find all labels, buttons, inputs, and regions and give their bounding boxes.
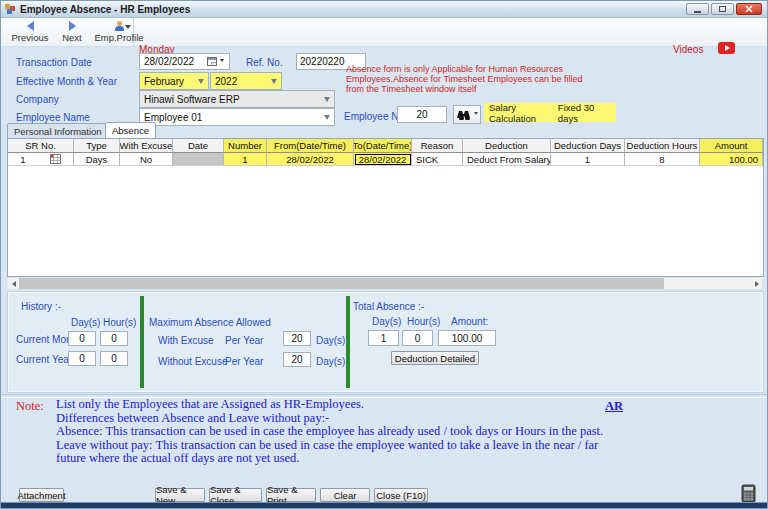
clear-button[interactable]: Clear — [320, 488, 370, 502]
transaction-date-input[interactable]: 28/02/2022 — [139, 53, 230, 70]
previous-label: Previous — [12, 32, 49, 43]
effective-month-value: February — [144, 76, 184, 87]
next-button[interactable]: Next — [55, 19, 89, 45]
total-days-field[interactable]: 1 — [368, 330, 399, 346]
col-header-to[interactable]: To(Date/Time) — [354, 139, 412, 153]
current-year-hours-field[interactable]: 0 — [100, 351, 128, 366]
next-label: Next — [62, 32, 82, 43]
date-dropdown-icon[interactable] — [220, 59, 225, 64]
col-header-date[interactable]: Date — [173, 139, 224, 153]
calculator-icon[interactable] — [741, 484, 756, 503]
company-dropdown-icon — [324, 97, 330, 105]
cell-sr-no[interactable]: 1 — [8, 153, 74, 166]
effective-month-year-label: Effective Month & Year — [16, 76, 117, 87]
current-month-hours-field[interactable]: 0 — [100, 331, 128, 346]
person-icon — [114, 21, 124, 31]
close-icon — [745, 5, 753, 13]
tab-absence[interactable]: Absence — [105, 122, 156, 138]
row-detail-icon[interactable] — [50, 154, 61, 164]
app-icon — [5, 4, 16, 15]
employee-name-select[interactable]: Employee 01 — [139, 108, 335, 126]
sr-no-value: 1 — [20, 154, 25, 165]
toolbar-group: Previous Next Emp.Profile — [3, 18, 134, 46]
videos-link[interactable]: Videos — [673, 44, 703, 55]
note-label: Note: — [16, 399, 44, 414]
total-days-header: Day(s) — [372, 316, 401, 327]
cell-from[interactable]: 28/02/2022 — [267, 153, 354, 166]
scroll-right-icon[interactable] — [751, 278, 762, 289]
company-select[interactable]: Hinawi Software ERP — [139, 90, 335, 108]
cell-amount[interactable]: 100.00 — [700, 153, 763, 166]
previous-icon — [27, 21, 34, 31]
salary-calculation-label: Salary Calculation — [489, 102, 558, 124]
note-line-2: Differences between Absence and Leave wi… — [56, 412, 616, 426]
calendar-icon[interactable] — [207, 57, 217, 66]
employee-absence-window: Employee Absence - HR Employees Previous… — [0, 0, 768, 509]
tab-personal-information[interactable]: Personal Information — [7, 123, 109, 138]
emp-profile-button[interactable]: Emp.Profile — [91, 19, 147, 45]
cell-to[interactable]: 28/02/2022 — [354, 153, 412, 166]
cell-deduction-hours[interactable]: 8 — [625, 153, 700, 166]
col-header-reason[interactable]: Reason — [412, 139, 463, 153]
current-year-days-field[interactable]: 0 — [68, 351, 96, 366]
cell-date[interactable] — [173, 153, 224, 166]
scrollbar-thumb[interactable] — [19, 278, 664, 289]
total-hours-field[interactable]: 0 — [402, 330, 433, 346]
year-dropdown-icon — [271, 79, 277, 87]
cell-with-excuse[interactable]: No — [120, 153, 173, 166]
save-print-button[interactable]: Save & Print — [266, 488, 316, 502]
current-month-days-field[interactable]: 0 — [68, 331, 96, 346]
save-close-button[interactable]: Save & Close — [209, 488, 262, 502]
effective-year-value: 2022 — [215, 76, 237, 87]
youtube-icon[interactable] — [718, 42, 735, 54]
ref-no-label: Ref. No. — [246, 57, 283, 68]
per-year-label-1: Per Year — [225, 335, 263, 346]
window-title: Employee Absence - HR Employees — [20, 4, 190, 15]
toolbar-dropdown-icon[interactable] — [125, 25, 131, 32]
deduction-detailed-button[interactable]: Deduction Detailed — [391, 351, 479, 365]
maximize-button[interactable] — [711, 3, 734, 15]
scroll-left-icon[interactable] — [8, 278, 19, 289]
divider-green-2 — [346, 296, 350, 388]
emp-profile-label: Emp.Profile — [94, 32, 143, 43]
close-button[interactable] — [736, 3, 762, 15]
col-header-deduction[interactable]: Deduction — [463, 139, 551, 153]
total-amount-field[interactable]: 100.00 — [438, 330, 496, 346]
col-header-deduction-days[interactable]: Deduction Days — [551, 139, 625, 153]
previous-button[interactable]: Previous — [7, 19, 53, 45]
col-header-from[interactable]: From(Date/Time) — [267, 139, 354, 153]
cell-reason[interactable]: SICK — [412, 153, 463, 166]
col-header-type[interactable]: Type — [74, 139, 120, 153]
cell-deduction[interactable]: Deduct From Salary — [463, 153, 551, 166]
cell-deduction-days[interactable]: 1 — [551, 153, 625, 166]
binoculars-icon — [456, 109, 471, 120]
minimize-button[interactable] — [686, 3, 709, 15]
current-year-label: Current Year — [16, 354, 72, 365]
attachment-button[interactable]: Attachment — [19, 488, 64, 502]
close-f10-button[interactable]: Close (F10) — [374, 488, 428, 502]
effective-year-select[interactable]: 2022 — [210, 72, 282, 90]
cell-number[interactable]: 1 — [224, 153, 267, 166]
employee-search-button[interactable] — [453, 105, 481, 124]
minimize-icon — [694, 11, 701, 13]
without-excuse-unit: Day(s) — [316, 356, 345, 367]
horizontal-scrollbar[interactable] — [8, 278, 762, 289]
employee-no-input[interactable] — [397, 106, 447, 123]
cell-type[interactable]: Days — [74, 153, 120, 166]
effective-month-select[interactable]: February — [139, 72, 209, 90]
col-header-amount[interactable]: Amount — [700, 139, 763, 153]
col-header-with-excuse[interactable]: With Excuse — [120, 139, 173, 153]
without-excuse-label: Without Excuse — [158, 356, 227, 367]
with-excuse-field[interactable]: 20 — [283, 331, 311, 346]
save-new-button[interactable]: Save & New — [155, 488, 205, 502]
ar-language-link[interactable]: AR — [605, 399, 623, 414]
divider-green-1 — [140, 296, 144, 388]
col-header-deduction-hours[interactable]: Deduction Hours — [625, 139, 700, 153]
without-excuse-field[interactable]: 20 — [283, 352, 311, 367]
col-header-number[interactable]: Number — [224, 139, 267, 153]
col-header-sr-no[interactable]: SR No. — [8, 139, 74, 153]
per-year-label-2: Per Year — [225, 356, 263, 367]
salary-calculation-value: Fixed 30 days — [558, 102, 611, 124]
absence-grid: SR No. Type With Excuse Date Number From… — [7, 138, 764, 277]
grid-row: 1 Days No 1 28/02/2022 28/02/2022 SICK D… — [8, 153, 763, 166]
